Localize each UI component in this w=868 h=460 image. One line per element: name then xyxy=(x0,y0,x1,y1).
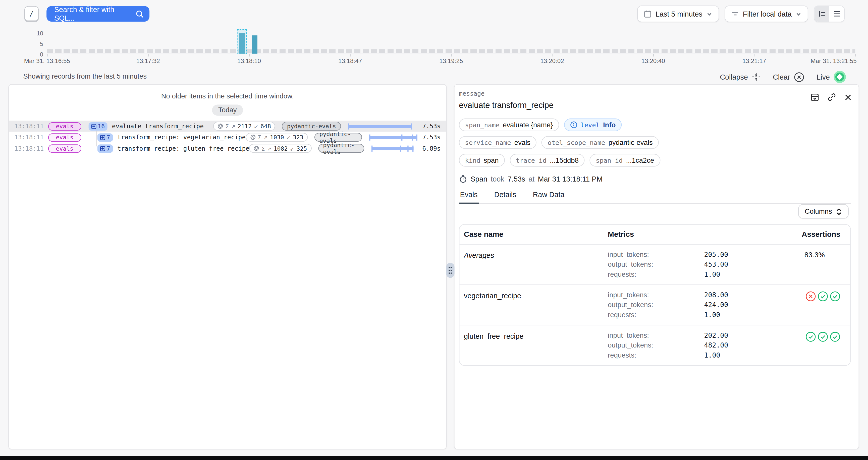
output-arrow-icon: ↙ xyxy=(254,123,258,129)
stopwatch-icon xyxy=(459,175,467,183)
duration-bar xyxy=(371,145,418,152)
no-older-items-text: No older items in the selected time wind… xyxy=(9,92,446,100)
tab-evals[interactable]: Evals xyxy=(459,190,479,204)
output-arrow-icon: ↙ xyxy=(290,145,294,152)
input-arrow-icon: ↗ xyxy=(231,123,236,129)
timeline-x-axis: Mar 31. 13:16:55 13:17:32 13:18:10 13:18… xyxy=(47,58,855,65)
pass-check-icon xyxy=(817,331,828,342)
sigma-icon: Σ xyxy=(225,123,229,129)
evals-tag[interactable]: evals xyxy=(48,144,81,153)
search-button[interactable]: Search & filter with SQL... xyxy=(46,6,149,22)
otel-scope-tag[interactable]: pydantic-evals xyxy=(318,144,364,153)
chip-otel-scope-name[interactable]: otel_scope_name pydantic-evals xyxy=(541,136,659,149)
sigma-icon: Σ xyxy=(261,145,265,152)
span-expand-chip[interactable]: 7 xyxy=(97,133,113,141)
collapse-vertical-icon xyxy=(752,72,761,81)
timeline-bar[interactable] xyxy=(239,33,245,54)
view-mode-toggle xyxy=(814,5,845,22)
plus-box-icon xyxy=(100,135,105,140)
coin-icon xyxy=(250,135,256,140)
copy-link-icon[interactable] xyxy=(827,92,836,102)
col-case-name: Case name xyxy=(464,230,608,238)
token-usage-chip: Σ ↗1082 ↙325 xyxy=(249,144,311,153)
duration-text: 6.89s xyxy=(422,144,440,152)
coin-icon xyxy=(218,124,223,129)
pass-check-icon xyxy=(830,291,840,302)
today-pill[interactable]: Today xyxy=(212,105,243,116)
evals-table: Case name Metrics Assertions Averages in… xyxy=(459,224,851,366)
pass-check-icon xyxy=(830,331,840,342)
detail-tabs: Evals Details Raw Data xyxy=(459,190,851,204)
plus-box-icon xyxy=(100,146,105,151)
input-arrow-icon: ↗ xyxy=(264,134,268,140)
otel-scope-tag[interactable]: pydantic-evals xyxy=(282,122,341,131)
filter-label: Filter local data xyxy=(743,10,792,18)
eval-row-gluten-free-recipe: gluten_free_recipe input_tokens:202.00 o… xyxy=(459,325,850,365)
trace-row-evaluate-transform-recipe[interactable]: 13:18:11 evals 16 evaluate transform_rec… xyxy=(9,121,446,132)
token-usage-chip: Σ ↗1030 ↙323 xyxy=(246,133,308,142)
time-range-dropdown[interactable]: Last 5 minutes xyxy=(638,5,719,22)
dock-panel-icon[interactable] xyxy=(810,93,819,101)
evals-tag[interactable]: evals xyxy=(48,122,81,130)
record-kind-label: message xyxy=(459,90,851,97)
trace-row-vegetarian-recipe[interactable]: 13:18:11 evals 7 transform_recipe: veget… xyxy=(9,132,446,143)
span-expand-chip[interactable]: 7 xyxy=(97,144,113,153)
timeline-bar[interactable] xyxy=(252,35,257,54)
chip-service-name[interactable]: service_name evals xyxy=(459,136,536,149)
duration-text: 7.53s xyxy=(416,123,440,130)
evals-tag[interactable]: evals xyxy=(48,133,81,141)
search-label: Search & filter with SQL... xyxy=(54,5,131,22)
close-icon[interactable] xyxy=(844,93,852,101)
live-indicator-icon xyxy=(834,71,846,83)
list-view-icon xyxy=(833,10,841,18)
assertion-icons xyxy=(787,290,840,320)
filter-local-data-dropdown[interactable]: Filter local data xyxy=(724,5,808,22)
chip-span-id[interactable]: span_id ...1ca2ce xyxy=(590,154,660,167)
duration-text: 7.53s xyxy=(422,134,440,141)
columns-button[interactable]: Columns xyxy=(798,204,849,219)
trace-list-panel: No older items in the selected time wind… xyxy=(8,84,447,450)
tab-details[interactable]: Details xyxy=(493,190,517,203)
chevron-down-icon xyxy=(796,11,801,17)
fail-x-icon xyxy=(805,291,816,302)
input-arrow-icon: ↗ xyxy=(267,145,272,152)
trace-time: 13:18:11 xyxy=(14,123,41,130)
metrics-cell: input_tokens:202.00 output_tokens:482.00… xyxy=(608,330,787,360)
chip-span-name[interactable]: span_name evaluate {name} xyxy=(459,119,559,131)
timeline-chart[interactable] xyxy=(47,30,855,54)
minus-box-icon xyxy=(91,124,96,129)
live-toggle[interactable]: Live xyxy=(816,71,846,83)
trace-time: 13:18:11 xyxy=(14,144,41,152)
span-collapse-chip[interactable]: 16 xyxy=(88,122,107,130)
chip-level[interactable]: level Info xyxy=(564,119,622,131)
sigma-icon: Σ xyxy=(258,134,261,140)
trace-time: 13:18:11 xyxy=(14,134,41,141)
eval-row-vegetarian-recipe: vegetarian_recipe input_tokens:208.00 ou… xyxy=(459,285,850,325)
time-range-label: Last 5 minutes xyxy=(655,10,702,18)
sort-chevrons-icon xyxy=(836,208,842,215)
span-name: evaluate transform_recipe xyxy=(112,123,204,130)
list-view-toggle[interactable] xyxy=(829,6,844,22)
col-assertions: Assertions xyxy=(787,230,840,238)
clear-button[interactable]: Clear xyxy=(773,72,804,82)
showing-records-text: Showing records from the last 5 minutes xyxy=(23,72,147,80)
assertions-percentage: 83.3% xyxy=(804,251,825,259)
trace-row-gluten-free-recipe[interactable]: 13:18:11 evals 7 transform_recipe: glute… xyxy=(9,143,446,154)
panel-resize-handle[interactable] xyxy=(446,263,455,278)
grip-dots-icon xyxy=(448,267,452,274)
tree-view-toggle[interactable] xyxy=(814,6,829,22)
col-metrics: Metrics xyxy=(608,230,787,238)
pass-check-icon xyxy=(805,331,816,342)
eval-row-averages: Averages input_tokens:205.00 output_toke… xyxy=(459,244,850,285)
collapse-button[interactable]: Collapse xyxy=(720,72,761,81)
duration-bar xyxy=(348,123,412,129)
slash-shortcut-key: / xyxy=(24,6,39,21)
search-icon xyxy=(135,10,144,18)
tab-raw-data[interactable]: Raw Data xyxy=(532,190,566,203)
duration-bar xyxy=(369,134,418,140)
otel-scope-tag[interactable]: pydantic-evals xyxy=(314,133,362,142)
chip-trace-id[interactable]: trace_id ...15ddb8 xyxy=(510,154,585,167)
assertion-icons xyxy=(787,330,840,360)
chip-kind[interactable]: kind span xyxy=(459,154,505,167)
info-icon xyxy=(570,121,577,129)
